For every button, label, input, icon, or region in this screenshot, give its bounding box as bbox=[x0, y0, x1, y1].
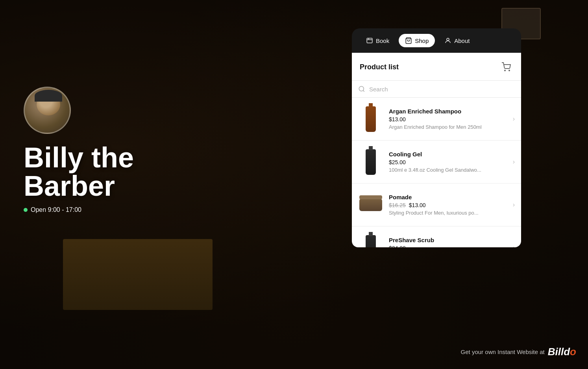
chevron-right-icon: › bbox=[513, 244, 515, 247]
panel-header: Product list bbox=[352, 53, 521, 81]
chevron-right-icon: › bbox=[513, 115, 515, 122]
about-nav-button[interactable]: About bbox=[438, 34, 476, 47]
svg-point-7 bbox=[359, 86, 364, 91]
branding-logo: Billdo bbox=[548, 346, 576, 358]
status-text: Open 9:00 - 17:00 bbox=[31, 206, 81, 213]
svg-rect-0 bbox=[367, 38, 372, 43]
pomade-tin-icon bbox=[359, 198, 382, 211]
branding-section: Get your own Instant Website at Billdo bbox=[461, 346, 576, 358]
barber-name: Billy the Barber bbox=[24, 143, 134, 200]
shop-icon bbox=[405, 37, 412, 44]
search-input[interactable] bbox=[369, 86, 515, 93]
price-row-2: $25.00 bbox=[389, 159, 507, 165]
svg-point-5 bbox=[505, 70, 505, 71]
panel-title: Product list bbox=[360, 63, 399, 71]
list-item[interactable]: Cooling Gel $25.00 100ml e 3.4fl.oz Cool… bbox=[352, 141, 521, 184]
product-desc-1: Argan Enriched Shampoo for Men 250ml bbox=[389, 124, 507, 130]
svg-point-4 bbox=[447, 38, 449, 41]
scrub-bottle-icon bbox=[366, 235, 376, 248]
book-nav-button[interactable]: Book bbox=[360, 34, 396, 47]
cart-icon bbox=[501, 62, 511, 72]
product-name-2: Cooling Gel bbox=[389, 151, 507, 158]
search-bar bbox=[352, 81, 521, 98]
product-desc-3: Styling Product For Men, luxurious po... bbox=[389, 210, 507, 216]
price-current-1: $13.00 bbox=[389, 116, 406, 122]
avatar bbox=[24, 87, 71, 134]
list-item[interactable]: PreShave Scrub $24.00 100ml e 3.4fl.oz P… bbox=[352, 226, 521, 247]
barber-section: Billy the Barber Open 9:00 - 17:00 bbox=[24, 87, 134, 213]
list-item[interactable]: Pomade $16.25 $13.00 Styling Product For… bbox=[352, 184, 521, 226]
product-info-4: PreShave Scrub $24.00 100ml e 3.4fl.oz P… bbox=[389, 237, 507, 247]
search-icon bbox=[358, 85, 365, 93]
barber-status: Open 9:00 - 17:00 bbox=[24, 206, 134, 213]
product-info-2: Cooling Gel $25.00 100ml e 3.4fl.oz Cool… bbox=[389, 151, 507, 173]
gel-bottle-icon bbox=[366, 149, 376, 175]
price-row-1: $13.00 bbox=[389, 116, 507, 122]
svg-point-6 bbox=[509, 70, 510, 71]
status-indicator bbox=[24, 208, 28, 212]
price-row-4: $24.00 bbox=[389, 245, 507, 247]
price-current-4: $24.00 bbox=[389, 245, 406, 247]
book-icon bbox=[366, 37, 373, 44]
product-info-3: Pomade $16.25 $13.00 Styling Product For… bbox=[389, 194, 507, 216]
shampoo-bottle-icon bbox=[366, 106, 376, 132]
chevron-right-icon: › bbox=[513, 158, 515, 165]
product-image-3 bbox=[358, 189, 383, 221]
person-icon bbox=[444, 37, 451, 44]
cart-button[interactable] bbox=[499, 60, 513, 74]
product-list: Argan Enriched Shampoo $13.00 Argan Enri… bbox=[352, 98, 521, 247]
product-info-1: Argan Enriched Shampoo $13.00 Argan Enri… bbox=[389, 108, 507, 130]
chevron-right-icon: › bbox=[513, 201, 515, 208]
product-image-4 bbox=[358, 232, 383, 247]
product-panel: Product list bbox=[352, 53, 521, 247]
product-name-1: Argan Enriched Shampoo bbox=[389, 108, 507, 115]
price-original-3: $16.25 bbox=[389, 202, 406, 208]
product-desc-2: 100ml e 3.4fl.oz Cooling Gel Sandalwo... bbox=[389, 167, 507, 173]
list-item[interactable]: Argan Enriched Shampoo $13.00 Argan Enri… bbox=[352, 98, 521, 141]
product-name-3: Pomade bbox=[389, 194, 507, 200]
product-image-2 bbox=[358, 146, 383, 178]
nav-bar: Book Shop About bbox=[352, 28, 521, 53]
shop-nav-button[interactable]: Shop bbox=[399, 34, 435, 47]
price-current-3: $13.00 bbox=[409, 202, 426, 208]
panel-wrapper: Book Shop About Product list bbox=[352, 28, 521, 247]
furniture-desk bbox=[63, 239, 213, 310]
price-row-3: $16.25 $13.00 bbox=[389, 202, 507, 208]
price-current-2: $25.00 bbox=[389, 159, 406, 165]
product-image-1 bbox=[358, 103, 383, 135]
product-name-4: PreShave Scrub bbox=[389, 237, 507, 243]
branding-prefix: Get your own Instant Website at bbox=[461, 349, 545, 355]
